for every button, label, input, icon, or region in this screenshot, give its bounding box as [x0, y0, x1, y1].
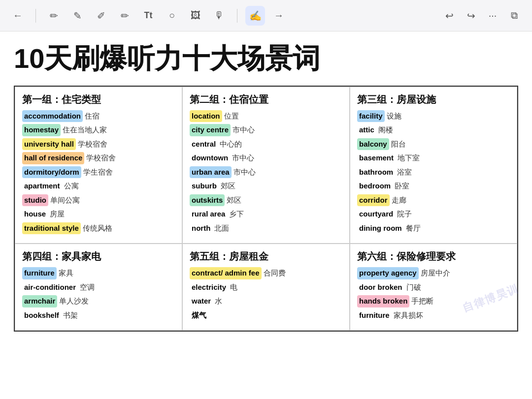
group-2-cell: 第二组：住宿位置 location位置 city centre市中心 centr… [182, 87, 350, 244]
word-en: corridor [357, 194, 390, 207]
undo-button[interactable]: ↩ [439, 6, 459, 26]
list-item: door broken门破 [357, 281, 510, 294]
word-cn: 学生宿舍 [83, 167, 113, 178]
word-en: dormitory/dorm [22, 166, 81, 179]
pen-tool-2[interactable]: ✎ [67, 6, 87, 26]
group-4-title: 第四组：家具家电 [22, 250, 175, 263]
list-item: bathroom浴室 [357, 166, 510, 179]
word-cn: 传统风格 [83, 223, 112, 234]
word-en: bathroom [357, 166, 395, 179]
word-cn: 家具损坏 [394, 310, 423, 321]
word-cn: 地下室 [398, 153, 420, 164]
word-en: suburb [190, 180, 219, 192]
back-button[interactable]: ← [8, 6, 28, 26]
word-en: traditional style [22, 222, 81, 235]
toolbar-right: ↩ ↪ ··· ⧉ [439, 6, 524, 26]
word-cn: 住在当地人家 [63, 124, 107, 136]
word-en: facility [357, 110, 385, 123]
more-button[interactable]: ··· [483, 6, 502, 26]
word-cn: 住宿 [85, 111, 100, 122]
group-3-title: 第三组：房屋设施 [357, 93, 510, 106]
word-cn: 门破 [406, 282, 421, 293]
word-cn: 水 [215, 296, 222, 307]
word-cn: 合同费 [264, 268, 286, 279]
list-item: urban area市中心 [190, 166, 342, 179]
word-cn: 学校宿舍 [78, 139, 107, 150]
word-cn: 单间公寓 [50, 195, 80, 206]
word-en: homestay [22, 124, 61, 136]
list-item: corridor走廊 [357, 194, 510, 207]
list-item: central中心的 [190, 138, 342, 151]
word-en: furniture [22, 267, 57, 279]
shape-tool[interactable]: ○ [162, 6, 182, 26]
word-en: armchair [22, 295, 57, 307]
group-6-cell: 第六组：保险修理要求 property agency房屋中介 door brok… [350, 244, 517, 331]
group-1-title: 第一组：住宅类型 [22, 93, 175, 106]
list-item: water水 [190, 295, 342, 307]
word-cn: 市中心 [232, 153, 254, 164]
list-item: hands broken手把断 [357, 295, 510, 307]
list-item: city centre市中心 [190, 124, 342, 136]
word-en: hall of residence [22, 152, 84, 164]
text-tool[interactable]: Tt [138, 6, 158, 26]
list-item: air-conditioner空调 [22, 281, 175, 294]
word-en: rural area [190, 208, 227, 220]
word-cn: 阳台 [391, 139, 406, 150]
pen-tool-1[interactable]: ✏ [44, 6, 64, 26]
main-content: 10天刷爆听力十大场景词 第一组：住宅类型 accommodation住宿 ho… [0, 31, 532, 345]
main-title: 10天刷爆听力十大场景词 [14, 43, 518, 74]
word-en: university hall [22, 138, 76, 151]
word-en: furniture [357, 309, 392, 322]
word-cn: 院子 [397, 209, 412, 220]
list-item: facility设施 [357, 110, 510, 123]
word-en: north [190, 222, 212, 235]
word-en: basement [357, 152, 396, 164]
list-item: courtyard院子 [357, 208, 510, 220]
list-item: apartment公寓 [22, 180, 175, 192]
list-item: outskirts郊区 [190, 194, 342, 207]
word-en: bedroom [357, 180, 393, 192]
vocabulary-grid: 第一组：住宅类型 accommodation住宿 homestay住在当地人家 … [14, 86, 518, 332]
word-cn: 单人沙发 [59, 296, 89, 307]
word-en: urban area [190, 166, 232, 179]
list-item: basement地下室 [357, 152, 510, 164]
group-1-cell: 第一组：住宅类型 accommodation住宿 homestay住在当地人家 … [15, 87, 182, 244]
word-en: air-conditioner [22, 281, 78, 294]
pen-tool-4[interactable]: ✏ [115, 6, 134, 26]
word-en: courtyard [357, 208, 395, 220]
word-cn: 郊区 [221, 181, 235, 192]
list-item: hall of residence学校宿舍 [22, 152, 175, 164]
word-en: water [190, 295, 213, 307]
list-item: electricity电 [190, 281, 342, 294]
word-cn: 走廊 [392, 195, 406, 206]
list-item: balcony阳台 [357, 138, 510, 151]
word-cn: 书架 [63, 310, 78, 321]
list-item: university hall学校宿舍 [22, 138, 175, 151]
word-cn: 乡下 [229, 209, 244, 220]
mic-tool[interactable]: 🎙 [209, 6, 229, 26]
list-item: bookshelf书架 [22, 309, 175, 322]
list-item: bedroom卧室 [357, 180, 510, 192]
group-5-cell: 第五组：房屋租金 contract/ admin fee合同费 electric… [182, 244, 350, 331]
word-en: dining room [357, 222, 404, 235]
word-en: house [22, 208, 48, 220]
highlight-tool[interactable]: ✍ [245, 6, 265, 26]
list-item: furniture家具 [22, 267, 175, 279]
word-cn: 房屋中介 [421, 268, 450, 279]
image-tool[interactable]: 🖼 [186, 6, 205, 26]
forward-button[interactable]: → [269, 6, 289, 26]
list-item: homestay住在当地人家 [22, 124, 175, 136]
word-en: location [190, 110, 222, 123]
list-item: dining room餐厅 [357, 222, 510, 235]
pen-tool-3[interactable]: ✐ [91, 6, 111, 26]
copy-button[interactable]: ⧉ [504, 6, 524, 26]
group-4-cell: 第四组：家具家电 furniture家具 air-conditioner空调 a… [15, 244, 182, 331]
word-en: attic [357, 124, 376, 136]
word-cn: 学校宿舍 [86, 153, 116, 164]
word-cn: 位置 [224, 111, 239, 122]
redo-button[interactable]: ↪ [461, 6, 481, 26]
word-cn: 卧室 [395, 181, 409, 192]
word-cn: 设施 [387, 111, 401, 122]
word-cn: 市中心 [233, 124, 255, 136]
word-en: central [190, 138, 218, 151]
